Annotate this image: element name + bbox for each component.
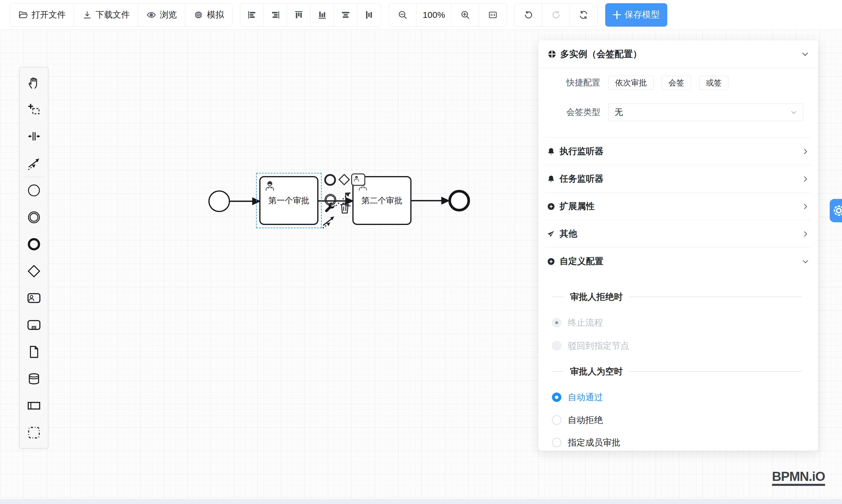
align-top-button[interactable] <box>287 3 311 26</box>
radio-label: 自动拒绝 <box>568 414 603 426</box>
create-intermediate-event[interactable] <box>20 204 48 231</box>
user-task-person-icon <box>263 180 276 195</box>
zoom-in-button[interactable] <box>452 3 479 26</box>
create-data-store[interactable] <box>20 365 48 392</box>
create-subprocess[interactable] <box>20 311 48 339</box>
create-data-object[interactable] <box>20 339 48 365</box>
bpmn-palette <box>19 67 48 448</box>
section-label: 扩展属性 <box>560 200 802 212</box>
group-icon <box>27 426 41 440</box>
section-extended-properties[interactable]: 扩展属性 <box>545 193 811 220</box>
radio-assign-member[interactable]: 指定成员审批 <box>552 435 806 450</box>
create-gateway[interactable] <box>20 258 48 285</box>
create-user-task[interactable] <box>20 285 48 311</box>
append-end-event-icon[interactable] <box>324 174 336 186</box>
bpmn-io-logo[interactable]: BPMN.iO <box>772 470 825 486</box>
align-right-button[interactable] <box>264 3 287 26</box>
redo-icon <box>551 10 561 20</box>
radio-auto-reject[interactable]: 自动拒绝 <box>552 413 806 427</box>
empty-group-divider: 审批人为空时 <box>552 364 802 379</box>
connection-icon <box>27 156 41 170</box>
start-event-icon <box>27 183 41 197</box>
undo-button[interactable] <box>515 3 542 26</box>
end-event[interactable] <box>449 190 470 212</box>
append-gateway-icon[interactable] <box>338 173 351 186</box>
create-end-event[interactable] <box>20 231 48 258</box>
create-start-event[interactable] <box>20 177 48 204</box>
open-file-label: 打开文件 <box>32 9 66 21</box>
radio-label: 自动通过 <box>568 391 603 403</box>
participant-pool-icon <box>27 399 41 413</box>
open-file-button[interactable]: 打开文件 <box>10 3 74 26</box>
fit-viewport-icon <box>488 10 498 20</box>
undo-icon <box>523 10 534 20</box>
preview-label: 浏览 <box>160 9 177 21</box>
align-button-group <box>240 3 381 26</box>
simulate-button[interactable]: 模拟 <box>185 3 232 26</box>
zoom-button-group: 100% <box>389 3 507 26</box>
zoom-in-icon <box>460 10 471 20</box>
section-custom-config[interactable]: 自定义配置 <box>545 248 811 275</box>
refresh-button[interactable] <box>570 3 597 26</box>
quick-option-orsign-button[interactable]: 或签 <box>699 76 729 90</box>
settings-tab[interactable] <box>830 199 842 222</box>
append-user-task-icon[interactable] <box>351 174 365 186</box>
trash-icon[interactable] <box>338 201 351 215</box>
download-icon <box>82 10 92 20</box>
task-first-approval[interactable]: 第一个审批 <box>259 176 318 225</box>
user-task-icon <box>27 291 41 305</box>
create-participant[interactable] <box>20 392 48 419</box>
quick-option-countersign-button[interactable]: 会签 <box>662 76 691 90</box>
section-task-listener[interactable]: 任务监听器 <box>545 165 811 193</box>
bpmn-editor: 第一个审批 第二个审批 <box>0 0 842 504</box>
sign-type-row: 会签类型 无 <box>539 104 818 121</box>
bottom-scrollbar-strip[interactable] <box>0 499 842 504</box>
preview-button[interactable]: 浏览 <box>138 3 185 26</box>
gear-icon <box>833 205 842 216</box>
divider-line <box>629 371 802 372</box>
zoom-out-button[interactable] <box>389 3 417 26</box>
hand-icon <box>27 75 41 90</box>
bpmn-io-logo-underline <box>772 484 825 486</box>
task-label: 第二个审批 <box>362 195 402 206</box>
align-center-horizontal-button[interactable] <box>334 3 357 26</box>
section-label: 任务监听器 <box>560 173 802 185</box>
zoom-level-display[interactable]: 100% <box>417 3 452 26</box>
align-middle-vertical-button[interactable] <box>357 3 381 26</box>
eye-icon <box>146 10 156 20</box>
refresh-icon <box>578 10 589 20</box>
divider-line <box>552 296 564 297</box>
divider-line <box>552 371 564 372</box>
panel-title: 多实例（会签配置） <box>560 48 801 60</box>
align-bottom-button[interactable] <box>311 3 334 26</box>
create-group[interactable] <box>20 419 48 446</box>
section-other[interactable]: 其他 <box>545 220 811 248</box>
plus-icon <box>613 11 621 19</box>
lasso-tool[interactable] <box>20 96 48 123</box>
redo-button[interactable] <box>542 3 570 26</box>
align-center-horizontal-icon <box>341 10 351 20</box>
wrench-icon[interactable] <box>324 202 336 214</box>
start-event[interactable] <box>208 191 230 212</box>
fit-viewport-button[interactable] <box>479 3 507 26</box>
save-model-button[interactable]: 保存模型 <box>605 3 667 26</box>
align-left-button[interactable] <box>240 3 264 26</box>
align-right-icon <box>270 10 280 20</box>
section-execution-listener[interactable]: 执行监听器 <box>545 138 811 165</box>
chevron-down-icon <box>790 109 797 116</box>
multi-instance-section-header[interactable]: 多实例（会签配置） <box>539 40 818 68</box>
send-icon <box>547 230 556 238</box>
sign-type-select[interactable]: 无 <box>609 104 803 121</box>
connect-tool-icon[interactable] <box>321 214 336 229</box>
connection-tool[interactable] <box>20 150 48 177</box>
download-file-button[interactable]: 下载文件 <box>74 3 138 26</box>
properties-panel: 多实例（会签配置） 快捷配置 依次审批 会签 或签 会签类型 无 <box>539 40 818 451</box>
radio-auto-pass[interactable]: 自动通过 <box>552 390 806 404</box>
space-tool[interactable] <box>20 123 48 150</box>
radio-selected-icon <box>552 393 561 402</box>
chip-icon <box>193 10 204 20</box>
data-store-icon <box>27 372 41 386</box>
hand-tool[interactable] <box>20 69 48 96</box>
quick-option-sequential-button[interactable]: 依次审批 <box>609 76 653 90</box>
folder-open-icon <box>18 10 28 20</box>
